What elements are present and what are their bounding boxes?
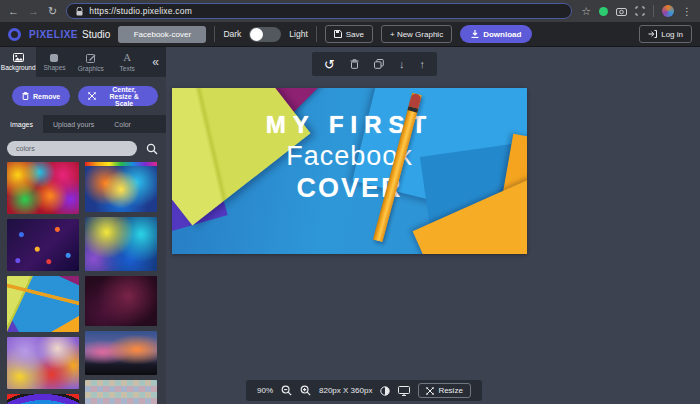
tab-color[interactable]: Color bbox=[104, 115, 141, 133]
background-actions: Remove Center, Resize & Scale bbox=[0, 77, 166, 110]
app-window: ← → ↻ https://studio.pixelixe.com ☆ ⋮ PI… bbox=[0, 0, 700, 404]
thumbnail-rainbow-roses[interactable] bbox=[7, 162, 79, 214]
sidebar-tab-shapes[interactable]: Shapes bbox=[36, 47, 72, 77]
resize-button[interactable]: Resize bbox=[418, 383, 470, 398]
thumbnail-purple-bokeh[interactable] bbox=[7, 219, 79, 271]
zoom-out-icon[interactable] bbox=[281, 385, 292, 396]
login-button[interactable]: Log in bbox=[639, 25, 692, 43]
sidebar-tab-label: Background bbox=[1, 64, 36, 71]
browser-menu-icon[interactable]: ⋮ bbox=[682, 6, 692, 17]
zoom-level: 90% bbox=[257, 386, 273, 395]
status-bar: 90% 820px X 360px Resize bbox=[246, 380, 482, 401]
toggle-knob bbox=[250, 28, 263, 41]
resize-label: Resize bbox=[438, 386, 462, 395]
thumbnail-color-smoke[interactable] bbox=[85, 217, 157, 271]
center-resize-scale-button[interactable]: Center, Resize & Scale bbox=[78, 86, 158, 106]
monitor-icon[interactable] bbox=[398, 386, 410, 396]
download-label: Download bbox=[483, 30, 521, 39]
thumbnail-paper-pencil[interactable] bbox=[7, 276, 79, 332]
login-icon bbox=[648, 30, 657, 38]
screenshot-icon[interactable] bbox=[616, 7, 627, 16]
tab-label: Images bbox=[10, 121, 33, 128]
resize-arrows-icon bbox=[426, 387, 434, 395]
sidebar-tab-label: Graphics bbox=[78, 65, 104, 72]
fullscreen-icon[interactable] bbox=[635, 6, 645, 16]
bookmark-star-icon[interactable]: ☆ bbox=[581, 6, 591, 17]
light-label: Light bbox=[289, 29, 307, 39]
forward-icon[interactable]: → bbox=[28, 6, 39, 17]
lock-icon bbox=[76, 7, 83, 16]
theme-toggle[interactable] bbox=[249, 27, 281, 42]
remove-background-button[interactable]: Remove bbox=[12, 86, 70, 106]
remove-label: Remove bbox=[33, 93, 60, 100]
image-search-row bbox=[0, 133, 166, 161]
back-icon[interactable]: ← bbox=[8, 6, 19, 17]
new-graphic-button[interactable]: + New Graphic bbox=[381, 25, 452, 43]
image-results-grid bbox=[0, 161, 166, 404]
canvas-title-line2: Facebook bbox=[172, 141, 527, 172]
sidebar-tab-graphics[interactable]: Graphics bbox=[73, 47, 109, 77]
search-input[interactable] bbox=[7, 141, 137, 156]
refresh-icon[interactable]: ↻ bbox=[48, 6, 57, 17]
document-name-input[interactable] bbox=[118, 26, 206, 43]
design-canvas[interactable]: MY FIRST Facebook COVER bbox=[172, 88, 527, 254]
move-down-icon[interactable]: ↓ bbox=[399, 59, 405, 70]
move-up-icon[interactable]: ↑ bbox=[419, 59, 425, 70]
floppy-icon bbox=[334, 30, 342, 38]
tab-images[interactable]: Images bbox=[0, 115, 43, 133]
address-bar[interactable]: https://studio.pixelixe.com bbox=[66, 3, 572, 19]
image-icon bbox=[13, 53, 24, 62]
browser-divider bbox=[653, 5, 654, 17]
brand-suffix: Studio bbox=[82, 29, 110, 40]
source-tab-strip: Images Upload yours Color bbox=[0, 115, 166, 133]
download-button[interactable]: Download bbox=[460, 25, 532, 43]
save-label: Save bbox=[346, 30, 364, 39]
expand-arrows-icon bbox=[88, 92, 96, 100]
square-icon bbox=[50, 54, 58, 62]
brand-name: PIXELIXE bbox=[29, 29, 78, 40]
sidebar-tab-texts[interactable]: A Texts bbox=[109, 47, 145, 77]
thumbnail-paint-abstract[interactable] bbox=[7, 337, 79, 389]
thumbnail-color-splash[interactable] bbox=[85, 162, 157, 212]
trash-icon bbox=[22, 92, 29, 100]
save-button[interactable]: Save bbox=[325, 25, 373, 43]
toolbar-divider bbox=[316, 26, 317, 42]
login-label: Log in bbox=[661, 30, 683, 39]
pencil-square-icon bbox=[86, 53, 96, 63]
tab-label: Color bbox=[114, 121, 131, 128]
app-toolbar: PIXELIXE Studio Dark Light Save + New Gr… bbox=[0, 22, 700, 47]
editor-area: ↺ ↓ ↑ MY FIRST Facebook bbox=[166, 47, 700, 404]
search-icon[interactable] bbox=[146, 143, 158, 155]
sidebar-tab-background[interactable]: Background bbox=[0, 47, 36, 77]
contrast-icon[interactable] bbox=[380, 386, 390, 396]
canvas-title-line3: COVER bbox=[172, 173, 527, 204]
browser-avatar[interactable] bbox=[662, 5, 674, 17]
delete-element-icon[interactable] bbox=[350, 59, 359, 69]
toolbar-divider bbox=[214, 26, 215, 42]
undo-icon[interactable]: ↺ bbox=[324, 58, 335, 71]
duplicate-icon[interactable] bbox=[374, 59, 384, 69]
tab-upload-yours[interactable]: Upload yours bbox=[43, 115, 104, 133]
url-text: https://studio.pixelixe.com bbox=[89, 6, 192, 16]
thumbnail-red-nebula[interactable] bbox=[85, 276, 157, 326]
thumbnail-rainbow-arcs[interactable] bbox=[7, 394, 79, 404]
thumbnail-pastel-mosaic[interactable] bbox=[85, 380, 157, 404]
canvas-text-block: MY FIRST Facebook COVER bbox=[172, 111, 527, 204]
canvas-title-line1: MY FIRST bbox=[172, 111, 527, 139]
collapse-sidebar-icon[interactable]: « bbox=[145, 47, 166, 77]
browser-bar: ← → ↻ https://studio.pixelixe.com ☆ ⋮ bbox=[0, 0, 700, 22]
pixelixe-logo-icon[interactable] bbox=[8, 28, 21, 41]
thumbnail-column bbox=[7, 162, 79, 404]
thumbnail-sunset-sky[interactable] bbox=[85, 331, 157, 375]
sidebar-tab-label: Shapes bbox=[43, 64, 65, 71]
center-resize-label: Center, Resize & Scale bbox=[100, 86, 148, 107]
extension-icon[interactable] bbox=[599, 7, 608, 16]
new-graphic-label: + New Graphic bbox=[390, 30, 443, 39]
dark-label: Dark bbox=[223, 29, 241, 39]
thumbnail-column bbox=[85, 162, 157, 404]
sidebar-tab-strip: Background Shapes Graphics A Texts « bbox=[0, 47, 166, 77]
zoom-in-icon[interactable] bbox=[300, 385, 311, 396]
canvas-toolbar: ↺ ↓ ↑ bbox=[312, 52, 437, 76]
sidebar-tab-label: Texts bbox=[120, 65, 135, 72]
download-icon bbox=[471, 30, 479, 38]
